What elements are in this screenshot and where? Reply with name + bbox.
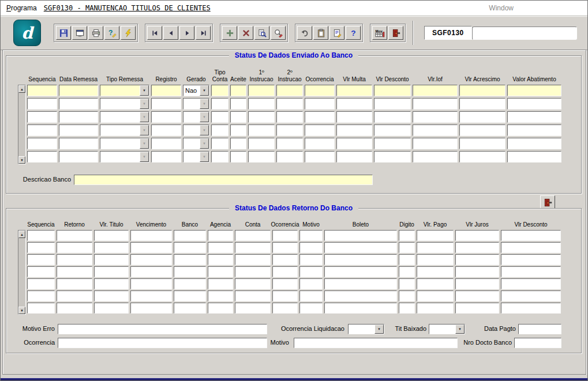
grid-cell[interactable] (57, 291, 92, 301)
grid-cell[interactable] (248, 138, 275, 149)
grid-cell[interactable] (276, 125, 303, 136)
grid-cell[interactable] (459, 85, 505, 96)
grid-cell[interactable] (459, 151, 505, 163)
grid-cell[interactable] (235, 266, 271, 277)
descricao-banco-field[interactable] (74, 175, 373, 185)
grid-cell[interactable] (272, 303, 298, 314)
grid-cell[interactable] (230, 98, 246, 110)
toolbar-blank-field[interactable] (472, 27, 577, 40)
grid-cell[interactable] (324, 291, 397, 301)
grid-cell[interactable] (57, 242, 92, 253)
grid-cell[interactable] (100, 98, 149, 110)
grid-cell[interactable] (501, 291, 561, 301)
grid-cell[interactable] (230, 85, 246, 96)
grid-cell[interactable] (235, 278, 271, 289)
next-button[interactable] (179, 26, 194, 40)
exit-button[interactable] (388, 26, 403, 40)
grid-cell[interactable] (374, 138, 411, 149)
grid-cell[interactable] (248, 125, 275, 136)
grid-cell[interactable] (417, 303, 454, 314)
grid-cell[interactable] (130, 254, 172, 265)
info-edit-button[interactable] (329, 26, 344, 40)
grid-cell[interactable] (399, 242, 415, 253)
grid-cell[interactable] (211, 125, 229, 136)
print-button[interactable] (88, 26, 103, 40)
grid-cell[interactable] (183, 125, 209, 136)
grid-cell[interactable] (57, 266, 92, 277)
grid-cell[interactable] (211, 98, 229, 110)
grid-cell[interactable] (27, 242, 55, 253)
grid-cell[interactable] (299, 254, 323, 265)
grid-cell[interactable] (417, 278, 454, 289)
mov-button[interactable]: Mov (372, 26, 387, 40)
grid-cell[interactable] (208, 266, 233, 277)
grid-cell[interactable] (208, 254, 233, 265)
grid-cell[interactable] (27, 266, 55, 277)
grid-cell[interactable] (183, 151, 209, 163)
grid-cell[interactable] (299, 303, 323, 314)
grid-cell[interactable] (459, 98, 505, 110)
grid-cell[interactable] (174, 266, 206, 277)
grid-cell[interactable] (455, 230, 499, 241)
grid-cell[interactable] (455, 303, 499, 314)
dropdown-arrow-icon[interactable] (200, 99, 209, 109)
grid-cell[interactable] (507, 98, 561, 110)
grid-cell[interactable] (459, 111, 505, 123)
delete-button[interactable] (238, 26, 253, 40)
grid-cell[interactable] (417, 230, 454, 241)
add-button[interactable] (222, 26, 237, 40)
grid-cell[interactable] (208, 230, 233, 241)
grid-cell[interactable] (324, 254, 397, 265)
scroll-down-icon[interactable] (18, 307, 25, 314)
grid-cell[interactable] (324, 266, 397, 277)
grid-cell[interactable] (174, 230, 206, 241)
grid-cell[interactable] (399, 266, 415, 277)
grid-cell[interactable] (336, 125, 372, 136)
grid-cell[interactable]: Nao (183, 85, 209, 96)
grid-cell[interactable] (455, 291, 499, 301)
grid-cell[interactable] (272, 291, 298, 301)
grid-cell[interactable] (27, 125, 57, 136)
grid-cell[interactable] (235, 230, 271, 241)
grid-cell[interactable] (208, 291, 233, 301)
grid-cell[interactable] (230, 111, 246, 123)
help-edit-button[interactable]: ? (104, 26, 119, 40)
grid-cell[interactable] (27, 303, 55, 314)
grid-cell[interactable] (459, 138, 505, 149)
grid-cell[interactable] (455, 278, 499, 289)
grid-cell[interactable] (305, 151, 335, 163)
grid-cell[interactable] (230, 138, 246, 149)
grid-cell[interactable] (507, 151, 561, 163)
grid-cell[interactable] (208, 242, 233, 253)
motivo-erro-field[interactable] (58, 324, 267, 334)
scroll-up-icon[interactable] (18, 85, 25, 93)
grid-cell[interactable] (336, 138, 372, 149)
grid-cell[interactable] (130, 266, 172, 277)
dropdown-arrow-icon[interactable] (140, 85, 149, 96)
first-button[interactable] (147, 26, 162, 40)
grid-cell[interactable] (276, 151, 303, 163)
grid-cell[interactable] (100, 125, 149, 136)
scroll-down-icon[interactable] (18, 156, 25, 164)
grid-cell[interactable] (272, 266, 298, 277)
grid-cell[interactable] (299, 266, 323, 277)
grid-cell[interactable] (248, 98, 275, 110)
grid-cell[interactable] (130, 303, 172, 314)
grid-cell[interactable] (248, 151, 275, 163)
grid-cell[interactable] (27, 111, 57, 123)
grid-cell[interactable] (305, 125, 335, 136)
grid-cell[interactable] (336, 151, 372, 163)
grid-cell[interactable] (272, 278, 298, 289)
grid-cell[interactable] (272, 230, 298, 241)
grid-cell[interactable] (507, 138, 561, 149)
grid-cell[interactable] (59, 138, 98, 149)
data-pagto-field[interactable] (518, 324, 561, 334)
grid-cell[interactable] (374, 151, 411, 163)
grid-cell[interactable] (174, 254, 206, 265)
grid-cell[interactable] (183, 138, 209, 149)
grid-cell[interactable] (324, 230, 397, 241)
grid-cell[interactable] (305, 98, 335, 110)
grid-cell[interactable] (27, 278, 55, 289)
grid-cell[interactable] (151, 111, 181, 123)
grid-cell[interactable] (211, 85, 229, 96)
